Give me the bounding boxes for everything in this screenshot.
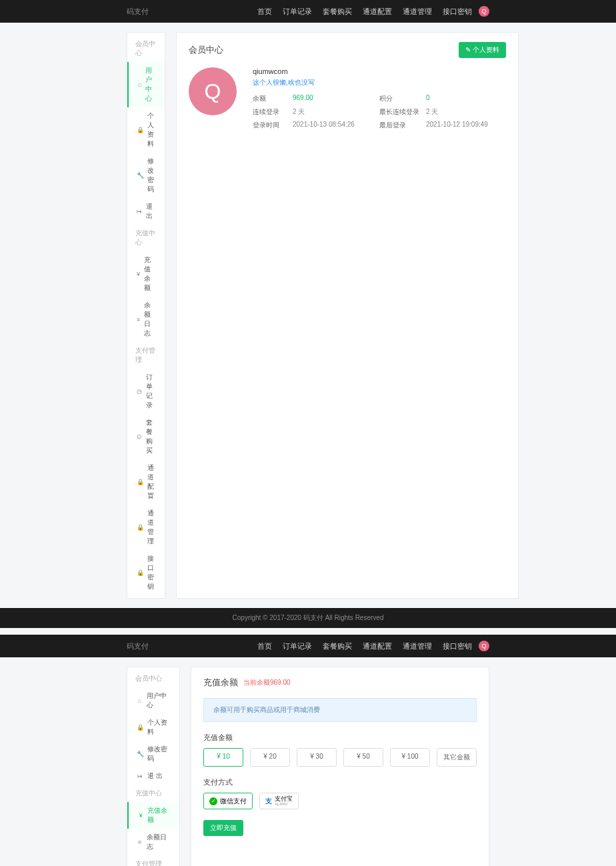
sidebar-item[interactable]: ≡余额日志 bbox=[127, 297, 165, 342]
sidebar-icon: 🔒 bbox=[137, 724, 143, 731]
sidebar-icon: 🔧 bbox=[137, 172, 143, 179]
profile-avatar: Q bbox=[189, 67, 237, 115]
nav-item[interactable]: 通道配置 bbox=[363, 7, 392, 17]
pay-alipay-label: 支付宝 bbox=[275, 796, 293, 802]
username: qiumwcom bbox=[253, 67, 506, 75]
pay-wechat[interactable]: ✓ 微信支付 bbox=[203, 793, 253, 809]
amount-option[interactable]: ¥ 20 bbox=[250, 748, 290, 767]
info-label: 最长连续登录 bbox=[379, 107, 426, 117]
sidebar-item[interactable]: 🔧修改密码 bbox=[127, 153, 165, 198]
info-grid: 余额969.00积分0连续登录2 天最长连续登录2 天登录时间2021-10-1… bbox=[253, 94, 506, 130]
sidebar-item[interactable]: 🔒个人资料 bbox=[127, 107, 165, 153]
info-value: 2 天 bbox=[426, 107, 506, 117]
sidebar-item-label: 充值余额 bbox=[147, 806, 170, 825]
info-label: 最后登录 bbox=[379, 121, 426, 130]
avatar[interactable]: Q bbox=[479, 641, 489, 651]
sidebar-icon: ⌂ bbox=[138, 81, 141, 88]
info-label: 登录时间 bbox=[253, 121, 293, 130]
nav-item[interactable]: 接口密钥 bbox=[443, 641, 472, 651]
header: 码支付 首页订单记录套餐购买通道配置通道管理接口密钥 Q bbox=[0, 635, 616, 657]
amount-options: ¥ 10¥ 20¥ 30¥ 50¥ 100其它金额 bbox=[203, 748, 477, 767]
sidebar-item-label: 个人资料 bbox=[147, 111, 155, 149]
sidebar-item[interactable]: 🔒个人资料 bbox=[127, 714, 179, 741]
nav-item[interactable]: 接口密钥 bbox=[443, 7, 472, 17]
sidebar-item[interactable]: ≡余额日志 bbox=[127, 829, 179, 855]
nav-item[interactable]: 订单记录 bbox=[283, 641, 312, 651]
sidebar-icon: 🔧 bbox=[137, 751, 143, 757]
amount-option[interactable]: 其它金额 bbox=[437, 748, 477, 767]
pay-alipay[interactable]: 支 支付宝 ALIPAY bbox=[259, 793, 299, 809]
sidebar-icon: ◷ bbox=[137, 388, 142, 395]
sidebar-icon: ↦ bbox=[137, 208, 142, 215]
sidebar-item[interactable]: 🔒接口密钥 bbox=[127, 550, 165, 595]
amount-option[interactable]: ¥ 30 bbox=[297, 748, 337, 767]
recharge-button[interactable]: 立即充值 bbox=[203, 820, 243, 836]
sidebar-item[interactable]: ↦退 出 bbox=[127, 767, 179, 785]
sidebar-item[interactable]: 🔒通道配置 bbox=[127, 459, 165, 505]
nav-item[interactable]: 订单记录 bbox=[283, 7, 312, 17]
sidebar-item-label: 退 出 bbox=[147, 771, 163, 781]
sidebar-item[interactable]: ⌂用户中心 bbox=[127, 687, 179, 714]
sidebar-item-label: 充值余额 bbox=[144, 255, 155, 293]
sidebar-item[interactable]: ⊙套餐购买 bbox=[127, 414, 165, 459]
sidebar-group-title: 会员中心 bbox=[127, 35, 165, 62]
sidebar-item[interactable]: 🔧修改密码 bbox=[127, 741, 179, 767]
sidebar-group-title: 充值中心 bbox=[127, 785, 179, 802]
amount-option[interactable]: ¥ 100 bbox=[390, 748, 430, 767]
sidebar-icon: 🔒 bbox=[137, 569, 143, 576]
sidebar-item-label: 退 出 bbox=[146, 202, 155, 221]
amount-option[interactable]: ¥ 10 bbox=[203, 748, 243, 767]
nav-item[interactable]: 套餐购买 bbox=[323, 7, 352, 17]
nav-item[interactable]: 通道管理 bbox=[403, 7, 432, 17]
nav-item[interactable]: 套餐购买 bbox=[323, 641, 352, 651]
main-panel: 会员中心 ✎ 个人资料 Q qiumwcom 这个人很懒,啥也没写 余额969.… bbox=[176, 32, 519, 599]
info-value: 2021-10-12 19:09:49 bbox=[426, 121, 506, 130]
info-alert: 余额可用于购买商品或用于商城消费 bbox=[203, 698, 477, 722]
nav-item[interactable]: 首页 bbox=[257, 641, 272, 651]
sidebar-group-title: 支付管理 bbox=[127, 342, 165, 369]
amount-label: 充值金额 bbox=[203, 733, 477, 743]
sidebar-item-label: 修改密码 bbox=[147, 745, 170, 763]
signature[interactable]: 这个人很懒,啥也没写 bbox=[253, 78, 506, 87]
sidebar: 会员中心⌂用户中心🔒个人资料🔧修改密码↦退 出充值中心¥充值余额≡余额日志支付管… bbox=[127, 667, 180, 866]
sidebar-item-label: 个人资料 bbox=[147, 718, 170, 737]
sidebar-item[interactable]: ⌂用户中心 bbox=[127, 62, 165, 107]
sidebar-item-label: 接口密钥 bbox=[147, 554, 155, 591]
sidebar-icon: 🔒 bbox=[137, 524, 143, 531]
brand[interactable]: 码支付 bbox=[127, 7, 257, 17]
page-title: 充值余额 bbox=[203, 677, 238, 689]
edit-profile-button[interactable]: ✎ 个人资料 bbox=[459, 42, 506, 58]
sidebar-icon: ¥ bbox=[137, 271, 140, 277]
alipay-icon: 支 bbox=[265, 797, 272, 806]
sidebar-icon: ¥ bbox=[138, 812, 143, 819]
sidebar-item[interactable]: ¥充值余额 bbox=[127, 802, 179, 829]
sidebar-item[interactable]: ¥充值余额 bbox=[127, 251, 165, 297]
nav-item[interactable]: 首页 bbox=[257, 7, 272, 17]
sidebar-icon: ≡ bbox=[137, 839, 143, 845]
header: 码支付 首页订单记录套餐购买通道配置通道管理接口密钥 Q bbox=[0, 0, 616, 23]
sidebar-item-label: 修改密码 bbox=[147, 157, 155, 194]
pay-label: 支付方式 bbox=[203, 777, 477, 787]
info-value: 2021-10-13 08:54:26 bbox=[293, 121, 379, 130]
sidebar-item-label: 通道配置 bbox=[147, 463, 155, 501]
footer: Copyright © 2017-2020 码支付 All Rights Res… bbox=[0, 608, 616, 628]
sidebar-group-title: 支付管理 bbox=[127, 855, 179, 866]
sidebar-item[interactable]: ◷订单记录 bbox=[127, 369, 165, 414]
pay-wechat-label: 微信支付 bbox=[220, 797, 247, 806]
avatar[interactable]: Q bbox=[479, 6, 489, 17]
balance-note: 当前余额969.00 bbox=[243, 678, 291, 687]
main-panel: 充值余额 当前余额969.00 余额可用于购买商品或用于商城消费 充值金额 ¥ … bbox=[191, 667, 489, 866]
nav-item[interactable]: 通道管理 bbox=[403, 641, 432, 651]
info-value: 0 bbox=[426, 94, 506, 103]
sidebar-item[interactable]: 🔒通道管理 bbox=[127, 505, 165, 550]
sidebar-item-label: 订单记录 bbox=[146, 373, 155, 410]
sidebar-icon: ↦ bbox=[137, 773, 143, 779]
brand[interactable]: 码支付 bbox=[127, 641, 257, 651]
nav-item[interactable]: 通道配置 bbox=[363, 641, 392, 651]
sidebar-item[interactable]: ↦退 出 bbox=[127, 198, 165, 225]
sidebar-icon: 🔒 bbox=[137, 479, 143, 485]
info-label: 连续登录 bbox=[253, 107, 293, 117]
top-nav: 首页订单记录套餐购买通道配置通道管理接口密钥 bbox=[257, 7, 472, 17]
amount-option[interactable]: ¥ 50 bbox=[343, 748, 383, 767]
info-label: 余额 bbox=[253, 94, 293, 103]
